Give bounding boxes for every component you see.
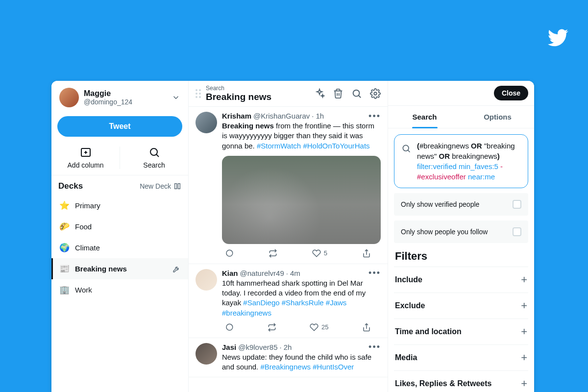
svg-point-7 xyxy=(353,90,360,97)
deck-item-food[interactable]: 🌮 Food xyxy=(51,216,188,237)
tweet-author-name: Krisham xyxy=(222,112,251,120)
tweet-author-handle: @k9lover85 xyxy=(238,343,277,351)
profile-handle: @domingo_124 xyxy=(84,98,172,106)
tweet-text: 10ft hammerhead shark spotting in Del Ma… xyxy=(222,278,381,318)
close-button[interactable]: Close xyxy=(494,86,528,100)
avatar xyxy=(196,343,217,365)
add-column-button[interactable]: Add column xyxy=(51,147,120,169)
svg-point-3 xyxy=(150,148,157,155)
filter-include[interactable]: Include+ xyxy=(394,267,528,293)
search-query-text: (#breakingnews OR "breaking news" OR bre… xyxy=(417,141,521,182)
new-deck-icon xyxy=(173,182,181,190)
building-icon: 🏢 xyxy=(59,285,69,295)
deck-label: Food xyxy=(75,222,92,231)
search-query-input[interactable]: (#breakingnews OR "breaking news" OR bre… xyxy=(394,134,528,188)
tweet-text: Breaking news from the frontline — this … xyxy=(222,121,381,151)
reply-button[interactable] xyxy=(225,323,234,332)
svg-line-8 xyxy=(359,96,361,98)
tab-options[interactable]: Options xyxy=(461,106,534,128)
deck-item-breaking-news[interactable]: 📰 Breaking news xyxy=(51,258,188,279)
svg-rect-6 xyxy=(178,184,180,189)
tweet-time: 2h xyxy=(284,343,292,351)
deck-item-climate[interactable]: 🌍 Climate xyxy=(51,237,188,258)
tweet-time: 1h xyxy=(316,112,324,120)
sparkle-icon[interactable] xyxy=(314,88,325,99)
globe-icon: 🌍 xyxy=(59,243,69,253)
add-column-icon xyxy=(80,147,92,158)
plus-icon: + xyxy=(521,352,527,363)
search-icon xyxy=(401,144,411,153)
more-icon[interactable]: ••• xyxy=(368,344,381,349)
tweet-time: 4m xyxy=(290,269,300,277)
svg-rect-5 xyxy=(175,184,177,189)
search-panel: Close Search Options (#breakingnews OR "… xyxy=(388,81,534,392)
checkbox[interactable] xyxy=(513,227,521,236)
sidebar-search-label: Search xyxy=(143,161,165,169)
filter-time-location[interactable]: Time and location+ xyxy=(394,318,528,344)
plus-icon: + xyxy=(521,326,527,337)
column-breaking-news: Search Breaking news Krisham @KrishanGua… xyxy=(189,81,388,392)
svg-line-11 xyxy=(408,150,410,152)
like-button[interactable]: 25 xyxy=(310,323,328,332)
deck-label: Primary xyxy=(75,201,100,210)
app-window: Maggie @domingo_124 Tweet Add column Sea… xyxy=(51,81,534,392)
share-button[interactable] xyxy=(362,323,371,332)
tweet[interactable]: Kian @naturelvr49 · 4m ••• 10ft hammerhe… xyxy=(189,264,388,338)
plus-icon: + xyxy=(521,378,527,389)
avatar xyxy=(196,112,217,133)
newspaper-icon: 📰 xyxy=(59,264,69,274)
new-deck-button[interactable]: New Deck xyxy=(140,182,181,190)
deck-item-work[interactable]: 🏢 Work xyxy=(51,279,188,300)
tweet[interactable]: Krisham @KrishanGuarav · 1h ••• Breaking… xyxy=(189,107,388,264)
tab-search[interactable]: Search xyxy=(388,106,461,128)
search-icon xyxy=(148,147,160,158)
deck-label: Climate xyxy=(75,244,100,252)
profile-name: Maggie xyxy=(84,89,172,98)
column-kicker: Search xyxy=(206,85,309,92)
filter-media[interactable]: Media+ xyxy=(394,344,528,370)
filters-heading: Filters xyxy=(394,243,528,267)
twitter-bird-icon xyxy=(545,27,571,48)
more-icon[interactable]: ••• xyxy=(368,114,381,119)
search-icon[interactable] xyxy=(351,88,362,99)
reply-button[interactable] xyxy=(225,249,234,258)
filter-exclude[interactable]: Exclude+ xyxy=(394,293,528,318)
tweet-author-name: Jasi xyxy=(222,343,236,351)
like-button[interactable]: 5 xyxy=(312,249,327,258)
tweet-author-handle: @KrishanGuarav xyxy=(253,112,310,120)
tweet-text: News update: they found the child who is… xyxy=(222,352,381,372)
trash-icon[interactable] xyxy=(333,88,343,99)
column-title: Breaking news xyxy=(206,92,309,102)
more-icon[interactable]: ••• xyxy=(368,270,381,275)
drag-handle-icon[interactable] xyxy=(196,89,201,98)
deck-item-primary[interactable]: ⭐ Primary xyxy=(51,195,188,216)
gear-icon[interactable] xyxy=(370,88,381,99)
checkbox[interactable] xyxy=(513,200,521,209)
toggle-verified-only[interactable]: Only show verified people xyxy=(394,193,528,216)
deck-label: Breaking news xyxy=(75,265,127,273)
svg-line-4 xyxy=(156,154,159,157)
filter-likes-replies-retweets[interactable]: Likes, Replies & Retweets+ xyxy=(394,370,528,392)
tweet-author-name: Kian xyxy=(222,269,238,277)
plus-icon: + xyxy=(521,274,527,285)
tweet-button[interactable]: Tweet xyxy=(57,116,182,137)
plus-icon: + xyxy=(521,300,527,311)
add-column-label: Add column xyxy=(68,161,104,169)
sidebar: Maggie @domingo_124 Tweet Add column Sea… xyxy=(51,81,189,392)
tweet-author-handle: @naturelvr49 xyxy=(240,269,284,277)
toggle-following-only[interactable]: Only show people you follow xyxy=(394,220,528,243)
deck-label: Work xyxy=(75,286,92,294)
tweet[interactable]: Jasi @k9lover85 · 2h ••• News update: th… xyxy=(189,338,388,378)
share-button[interactable] xyxy=(362,249,371,258)
svg-point-9 xyxy=(374,92,377,95)
avatar xyxy=(196,269,217,291)
retweet-button[interactable] xyxy=(269,249,277,258)
sidebar-search-button[interactable]: Search xyxy=(120,147,188,169)
tweet-media-image[interactable] xyxy=(222,156,381,244)
retweet-button[interactable] xyxy=(268,323,276,332)
taco-icon: 🌮 xyxy=(59,221,69,232)
wrench-icon[interactable] xyxy=(172,265,180,273)
account-switcher[interactable]: Maggie @domingo_124 xyxy=(51,81,188,114)
svg-point-10 xyxy=(403,145,409,151)
decks-heading: Decks xyxy=(58,181,83,191)
